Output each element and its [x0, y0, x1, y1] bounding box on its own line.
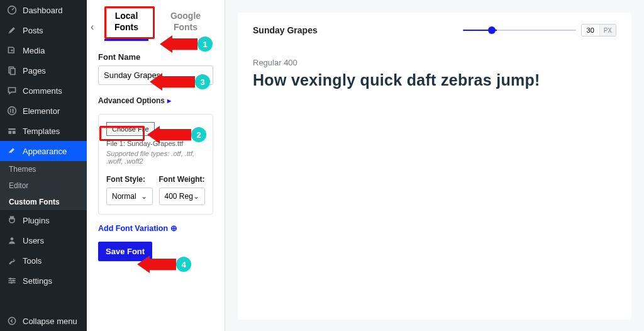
sidebar-collapse[interactable]: Collapse menu	[0, 311, 87, 331]
sidebar-item-label: Tools	[23, 256, 42, 266]
svg-rect-11	[13, 131, 16, 134]
preview-font-title: Sunday Grapes	[253, 25, 318, 35]
sidebar-item-comments[interactable]: Comments	[0, 81, 87, 101]
svg-rect-6	[12, 109, 14, 110]
font-weight-select[interactable]: 400 Reg	[159, 188, 206, 205]
pin-icon	[6, 25, 18, 36]
font-name-label: Font Name	[98, 52, 213, 62]
preview-variant-label: Regular 400	[253, 58, 616, 67]
media-icon	[6, 45, 18, 56]
plug-icon	[6, 215, 18, 226]
sidebar-item-tools[interactable]: Tools	[0, 250, 87, 271]
comments-icon	[6, 85, 18, 96]
sidebar-item-label: Pages	[23, 66, 46, 76]
font-style-select[interactable]: Normal	[106, 188, 153, 205]
sidebar-item-label: Plugins	[23, 216, 50, 225]
font-upload-card: Choose File File 1: Sunday-Grapes.ttf Su…	[98, 114, 213, 215]
brush-icon	[6, 145, 18, 157]
sidebar-item-pages[interactable]: Pages	[0, 60, 87, 81]
svg-point-16	[8, 317, 15, 324]
sidebar-item-label: Appearance	[23, 147, 67, 156]
svg-rect-7	[12, 110, 14, 111]
svg-rect-5	[10, 109, 11, 113]
font-size-input[interactable]	[582, 25, 599, 36]
sidebar-item-dashboard[interactable]: Dashboard	[0, 0, 87, 20]
sidebar-item-settings[interactable]: Settings	[0, 271, 87, 291]
font-size-box: PX	[581, 24, 616, 36]
advanced-options-toggle[interactable]: Advanced Options	[98, 96, 213, 105]
pages-icon	[6, 65, 18, 76]
sidebar-item-label: Posts	[23, 26, 43, 35]
preview-size-control: PX	[463, 24, 616, 36]
sidebar-item-appearance[interactable]: Appearance	[0, 141, 87, 161]
font-weight-value: 400 Reg	[165, 192, 193, 201]
svg-rect-10	[8, 131, 11, 134]
font-preview-card: Sunday Grapes PX Regular 400 How vexingl…	[238, 13, 631, 320]
font-style-label: Font Style:	[106, 175, 153, 184]
wrench-icon	[6, 255, 18, 266]
sidebar-item-label: Media	[23, 46, 45, 55]
sidebar-item-label: Elementor	[23, 106, 60, 116]
elementor-icon	[6, 105, 18, 116]
sidebar-item-label: Dashboard	[23, 6, 63, 15]
add-font-variation-label: Add Font Variation	[98, 224, 168, 233]
collapse-icon	[6, 315, 18, 327]
sidebar-sub-themes[interactable]: Themes	[0, 161, 87, 177]
sidebar-item-users[interactable]: Users	[0, 230, 87, 250]
sidebar-item-label: Templates	[23, 126, 60, 136]
sidebar-item-posts[interactable]: Posts	[0, 20, 87, 40]
sidebar-item-media[interactable]: Media	[0, 40, 87, 60]
sliders-icon	[6, 275, 18, 286]
sidebar-sub-custom-fonts[interactable]: Custom Fonts	[0, 194, 87, 210]
svg-point-1	[11, 49, 13, 51]
selected-file-name: File 1: Sunday-Grapes.ttf	[106, 140, 205, 147]
font-source-tabs: Local Fonts Google Fonts	[104, 6, 213, 41]
svg-point-15	[11, 282, 13, 284]
choose-file-button[interactable]: Choose File	[106, 122, 155, 136]
svg-rect-8	[12, 112, 14, 113]
supported-types-text: Supported file types: .otf, .ttf, .woff,…	[106, 150, 205, 165]
svg-rect-9	[8, 128, 15, 130]
font-preview-pane: Sunday Grapes PX Regular 400 How vexingl…	[225, 0, 644, 331]
svg-point-13	[9, 278, 11, 279]
font-style-value: Normal	[112, 192, 136, 201]
save-font-button[interactable]: Save Font	[98, 242, 152, 261]
font-weight-label: Font Weight:	[159, 175, 206, 184]
sidebar-item-label: Comments	[23, 86, 62, 96]
svg-rect-3	[11, 69, 15, 75]
sidebar-sub-editor[interactable]: Editor	[0, 177, 87, 194]
font-name-input[interactable]	[98, 65, 213, 85]
svg-point-12	[11, 237, 14, 240]
preview-sample-text: How vexingly quick daft zebras jump!	[253, 71, 616, 89]
font-settings-panel: ‹ Local Fonts Google Fonts Font Name Adv…	[87, 0, 225, 331]
advanced-options-label: Advanced Options	[98, 96, 165, 105]
tab-google-fonts[interactable]: Google Fonts	[164, 6, 208, 41]
add-font-variation-link[interactable]: Add Font Variation	[98, 223, 213, 233]
user-icon	[6, 235, 18, 246]
sidebar-item-templates[interactable]: Templates	[0, 121, 87, 141]
sidebar-item-label: Settings	[23, 276, 52, 286]
tab-local-fonts[interactable]: Local Fonts	[104, 6, 148, 41]
wp-admin-sidebar: Dashboard Posts Media Pages Comments Ele…	[0, 0, 87, 331]
sidebar-item-elementor[interactable]: Elementor	[0, 101, 87, 121]
sidebar-item-label: Collapse menu	[23, 317, 77, 326]
back-button[interactable]: ‹	[91, 21, 94, 33]
svg-point-14	[13, 279, 14, 281]
font-size-slider[interactable]	[463, 30, 576, 31]
font-size-unit: PX	[599, 25, 616, 36]
sidebar-item-plugins[interactable]: Plugins	[0, 210, 87, 230]
dashboard-icon	[6, 4, 18, 16]
templates-icon	[6, 125, 18, 137]
sidebar-item-label: Users	[23, 236, 44, 245]
